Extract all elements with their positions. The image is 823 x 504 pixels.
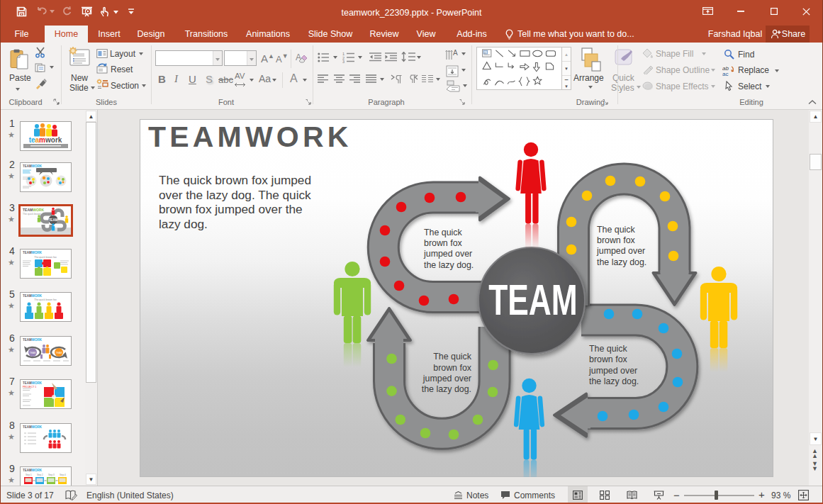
svg-text:The quick: The quick [433,352,472,362]
svg-text:jumped over: jumped over [423,249,472,259]
svg-text:the lazy dog.: the lazy dog. [589,376,639,386]
svg-text:The quick brown: The quick brown [23,213,41,215]
svg-text:TEAMWORK: TEAMWORK [23,469,43,472]
svg-text:3: 3 [342,60,345,63]
svg-text:Step 2: Step 2 [37,474,43,476]
svg-text:the lazy dog.: the lazy dog. [424,260,474,270]
svg-text:ac: ac [722,71,728,76]
svg-text:TEAMWORK: TEAMWORK [23,294,43,298]
svg-text:TEAM: TEAM [49,218,58,222]
svg-text:TEAM: TEAM [30,352,36,354]
svg-text:TEAMWORK: TEAMWORK [23,381,43,385]
svg-text:TEAMWORK: TEAMWORK [23,164,43,168]
svg-text:The quick: The quick [597,225,636,235]
svg-text:TEAM: TEAM [56,352,62,354]
svg-text:brown fox: brown fox [589,354,628,364]
svg-text:TEAMWORK: TEAMWORK [23,208,44,212]
svg-text:The quick: The quick [589,344,628,354]
svg-text:brown fox: brown fox [433,363,472,373]
svg-text:jumped over: jumped over [588,366,637,376]
svg-text:A: A [453,49,458,57]
svg-text:The quick brown fox: The quick brown fox [34,298,57,301]
svg-text:the lazy dog.: the lazy dog. [597,257,646,267]
svg-text:teamwork: teamwork [29,136,62,144]
svg-text:Step 4: Step 4 [60,474,66,476]
svg-text:The quick brown fox: The quick brown fox [34,256,57,259]
svg-text:jumped over: jumped over [596,246,645,256]
svg-text:The quick: The quick [424,228,463,237]
svg-text:Step 1: Step 1 [26,474,32,476]
svg-text:PROJECT 1: PROJECT 1 [23,386,36,388]
svg-text:brown fox: brown fox [424,238,463,248]
svg-text:Step 3: Step 3 [48,474,55,476]
svg-text:the lazy dog.: the lazy dog. [422,384,471,394]
svg-text:brown fox: brown fox [597,235,636,245]
svg-text:TEAMWORK: TEAMWORK [23,251,43,254]
svg-text:TEAMWORK: TEAMWORK [23,338,43,342]
svg-text:TEAMWORK: TEAMWORK [23,425,43,429]
svg-text:jumped over: jumped over [422,374,471,383]
